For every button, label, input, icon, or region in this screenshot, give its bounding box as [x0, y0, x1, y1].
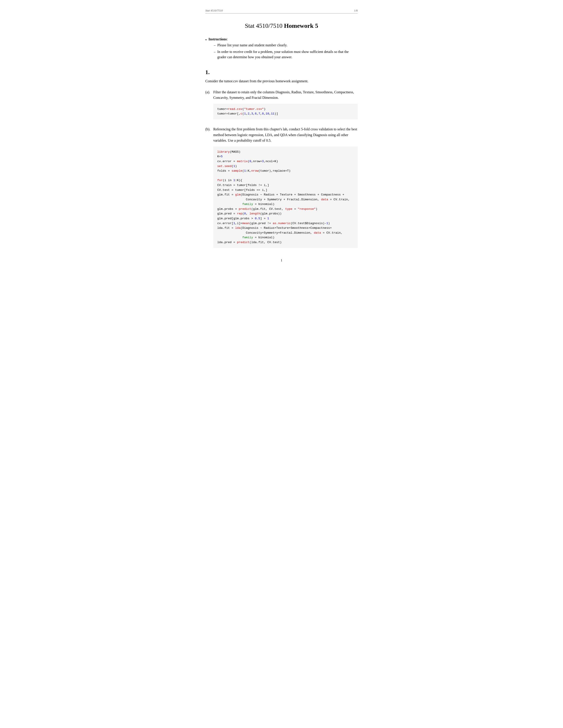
part-b-letter: (b).: [205, 126, 213, 132]
instruction-item-1: Please list your name and student number…: [214, 43, 358, 48]
header-title: Stat 4510/7510: [205, 9, 223, 12]
part-b: (b). Referencing the first problem from …: [205, 126, 358, 248]
instruction-text-1: Please list your name and student number…: [217, 43, 287, 48]
page-number: 1: [205, 259, 358, 262]
instructions-item: • Instructions: Please list your name an…: [205, 37, 358, 61]
page-header: Stat 4510/7510 1/8: [205, 9, 358, 13]
document-title: Stat 4510/7510 Homework 5: [205, 22, 358, 29]
instructions-label: Instructions: [208, 37, 227, 41]
section-number: 1.: [205, 69, 358, 76]
doc-title-text: Stat 4510/7510: [245, 22, 284, 29]
instruction-text-2: In order to receive credit for a problem…: [217, 49, 358, 60]
section-1: 1. Consider the tumor.csv dataset from t…: [205, 69, 358, 248]
part-b-label: (b). Referencing the first problem from …: [205, 126, 358, 143]
instructions-section: • Instructions: Please list your name an…: [205, 37, 358, 61]
doc-title-bold: Homework 5: [284, 22, 318, 29]
part-a: (a). Filter the dataset to retain only t…: [205, 89, 358, 119]
header-page: 1/8: [354, 9, 358, 12]
part-a-label: (a). Filter the dataset to retain only t…: [205, 89, 358, 101]
part-a-letter: (a).: [205, 89, 213, 95]
instruction-item-2: In order to receive credit for a problem…: [214, 49, 358, 60]
part-b-code: library(MASS) K=5 cv.error = matrix(0,nr…: [213, 146, 358, 248]
instructions-list: Please list your name and student number…: [214, 43, 358, 60]
bullet-symbol: •: [205, 37, 207, 43]
part-b-text: Referencing the first problem from this …: [213, 126, 358, 143]
part-a-text: Filter the dataset to retain only the co…: [213, 89, 358, 101]
section-intro: Consider the tumor.csv dataset from the …: [205, 78, 358, 84]
part-a-code: tumor=read.csv("tumor.csv") tumor=tumor[…: [213, 104, 358, 119]
